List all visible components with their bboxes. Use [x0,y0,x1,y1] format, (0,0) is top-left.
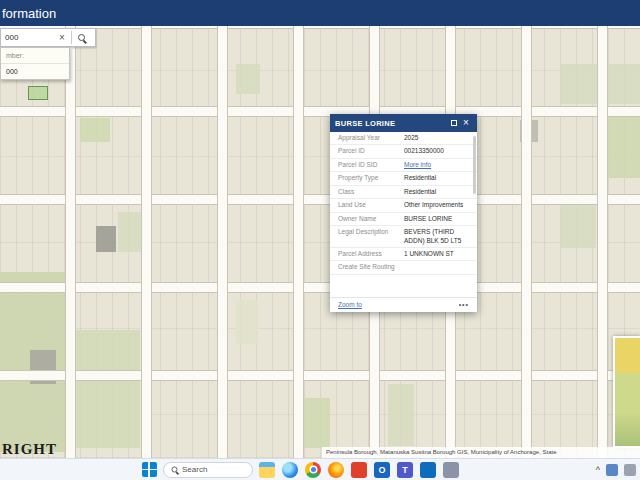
search-icon [78,34,85,41]
tray-chevron-icon[interactable]: ^ [596,465,600,475]
taskbar-center: Search OT [142,462,459,478]
teams-icon[interactable]: T [397,462,413,478]
tray-app-blue-icon[interactable] [606,464,618,476]
field-value: 00213350000 [404,147,469,155]
parcel-search-widget: × [0,28,96,47]
outlook-icon[interactable]: O [374,462,390,478]
search-input[interactable] [1,30,53,45]
map-region [76,330,140,448]
popup-header[interactable]: BURSE LORINE × [330,114,477,132]
popup-field-row: Parcel Address1 UNKNOWN ST [330,248,477,261]
field-value: Residential [404,174,469,182]
map-region [96,226,116,252]
map-region [300,398,330,448]
map-region [560,64,640,104]
search-suggestion-item[interactable]: 000 [1,64,69,79]
map-region [236,64,260,94]
more-options-button[interactable]: ••• [459,301,469,308]
popup-field-row: ClassResidential [330,186,477,199]
app-title: formation [2,6,56,21]
taskbar-search-label: Search [182,465,207,474]
popup-field-row: Parcel ID00213350000 [330,145,477,158]
field-label: Parcel Address [338,250,404,258]
search-suggestions: mber:000 [0,47,70,80]
clear-search-button[interactable]: × [53,29,71,46]
field-value: Other Improvements [404,201,469,209]
field-label: Appraisal Year [338,134,404,142]
popup-field-row: Create Site Routing [330,261,477,274]
field-label: Create Site Routing [338,263,404,271]
taskbar-search-icon [172,467,178,473]
outlook-icon-glyph: O [378,465,385,475]
overview-map[interactable] [613,336,640,448]
map-region [118,212,142,252]
copyright-watermark: RIGHT [2,441,57,458]
field-value: 1 UNKNOWN ST [404,250,469,258]
start-button[interactable] [142,462,157,477]
parcel-info-popup: BURSE LORINE × Appraisal Year2025Parcel … [330,114,477,312]
map-region [28,86,48,100]
search-suggestion-item[interactable]: mber: [1,48,69,64]
settings-icon[interactable] [443,462,459,478]
map-region [30,350,56,384]
file-explorer-icon[interactable] [259,462,275,478]
map-region [598,110,640,178]
field-label: Parcel ID SID [338,161,404,169]
map-region [560,196,596,248]
map-region [80,118,110,142]
field-value: BURSE LORINE [404,215,469,223]
field-label: Property Type [338,174,404,182]
field-label: Legal Description [338,228,404,245]
map-region [388,384,414,446]
popup-title: BURSE LORINE [335,119,448,128]
teams-icon-glyph: T [402,465,408,475]
popup-field-row: Land UseOther Improvements [330,199,477,212]
zoom-to-link[interactable]: Zoom to [338,301,362,308]
firefox-icon[interactable] [328,462,344,478]
popup-rows: Appraisal Year2025Parcel ID00213350000Pa… [330,132,477,275]
dock-popup-button[interactable] [448,117,460,129]
system-tray: ^ [596,464,636,476]
map-attribution: Peninsula Borough, Matanuska Susitna Bor… [322,447,640,458]
app-header: formation [0,0,640,26]
field-label: Land Use [338,201,404,209]
tray-app-gray-icon[interactable] [624,464,636,476]
popup-field-row: Appraisal Year2025 [330,132,477,145]
taskbar-icons: OT [259,462,459,478]
popup-body: Appraisal Year2025Parcel ID00213350000Pa… [330,132,477,297]
chrome-icon-center [311,467,316,472]
close-popup-button[interactable]: × [460,117,472,129]
popup-field-row: Owner NameBURSE LORINE [330,213,477,226]
popup-field-row: Property TypeResidential [330,172,477,185]
field-value: BEVERS (THIRD ADDN) BLK 5D LT5 [404,228,469,245]
popup-scrollbar[interactable] [473,136,476,194]
field-value: 2025 [404,134,469,142]
store-icon[interactable] [420,462,436,478]
taskbar-search[interactable]: Search [163,462,253,478]
dock-icon [451,120,457,126]
map-canvas[interactable]: RIGHT Peninsula Borough, Matanuska Susit… [0,26,640,458]
field-label: Parcel ID [338,147,404,155]
field-value[interactable]: More info [404,161,469,169]
app-window: RIGHT Peninsula Borough, Matanuska Susit… [0,0,640,480]
popup-field-row: Parcel ID SIDMore info [330,159,477,172]
map-regions [0,26,640,458]
edge-icon[interactable] [282,462,298,478]
field-label: Owner Name [338,215,404,223]
field-value: Residential [404,188,469,196]
chrome-icon[interactable] [305,462,321,478]
search-button[interactable] [72,29,90,46]
red-app-icon[interactable] [351,462,367,478]
windows-taskbar: Search OT ^ [0,458,640,480]
clear-icon: × [59,32,65,43]
close-icon: × [463,118,469,128]
field-label: Class [338,188,404,196]
popup-footer: Zoom to ••• [330,297,477,312]
map-region [236,300,258,344]
popup-field-row: Legal DescriptionBEVERS (THIRD ADDN) BLK… [330,226,477,248]
field-value [404,263,469,271]
map-region [520,120,538,142]
